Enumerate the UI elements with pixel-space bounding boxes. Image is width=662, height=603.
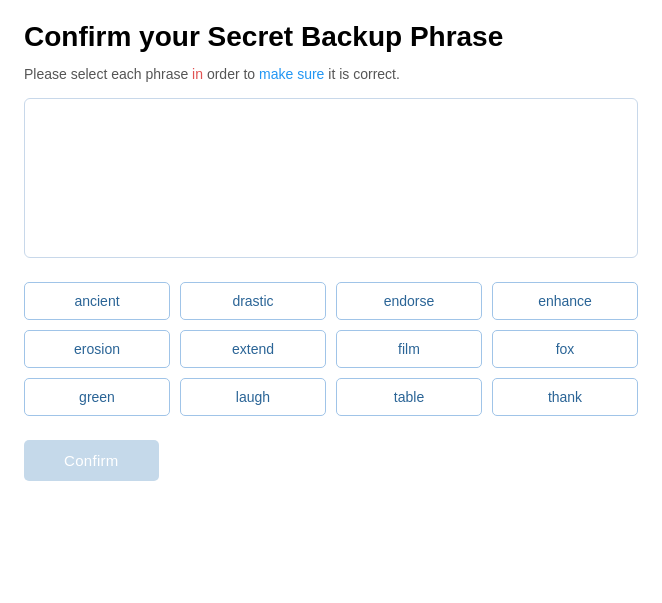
- word-button[interactable]: fox: [492, 330, 638, 368]
- word-button[interactable]: film: [336, 330, 482, 368]
- word-button[interactable]: green: [24, 378, 170, 416]
- confirm-button[interactable]: Confirm: [24, 440, 159, 481]
- subtitle-before-in: Please select each phrase: [24, 66, 192, 82]
- word-button[interactable]: drastic: [180, 282, 326, 320]
- subtitle: Please select each phrase in order to ma…: [24, 66, 638, 82]
- subtitle-make-sure: make sure: [259, 66, 324, 82]
- word-button[interactable]: laugh: [180, 378, 326, 416]
- word-button[interactable]: enhance: [492, 282, 638, 320]
- word-button[interactable]: endorse: [336, 282, 482, 320]
- subtitle-in: in: [192, 66, 203, 82]
- word-button[interactable]: thank: [492, 378, 638, 416]
- word-button[interactable]: table: [336, 378, 482, 416]
- word-button[interactable]: erosion: [24, 330, 170, 368]
- subtitle-between: order to: [203, 66, 259, 82]
- page-title: Confirm your Secret Backup Phrase: [24, 20, 638, 54]
- phrase-display-area: [24, 98, 638, 258]
- word-button[interactable]: extend: [180, 330, 326, 368]
- word-button[interactable]: ancient: [24, 282, 170, 320]
- word-grid: ancientdrasticendorseenhanceerosionexten…: [24, 282, 638, 416]
- subtitle-after: it is correct.: [324, 66, 399, 82]
